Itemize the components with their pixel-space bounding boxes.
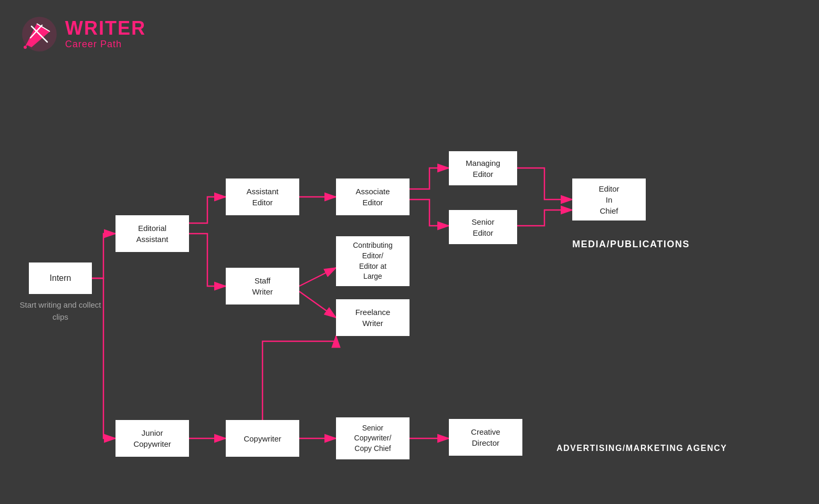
intern-note: Start writing and collect clips [16, 299, 105, 323]
box-intern: Intern [29, 262, 92, 294]
box-creative-director: CreativeDirector [449, 419, 522, 456]
media-publications-label: MEDIA/PUBLICATIONS [572, 239, 690, 250]
logo-icon [21, 16, 58, 52]
header: WRITER Career Path [21, 16, 146, 52]
header-text: WRITER Career Path [65, 19, 146, 50]
box-managing-editor: ManagingEditor [449, 151, 517, 185]
box-assistant-editor: AssistantEditor [226, 178, 299, 215]
box-copywriter: Copywriter [226, 420, 299, 457]
box-staff-writer: StaffWriter [226, 268, 299, 304]
box-senior-editor: SeniorEditor [449, 210, 517, 244]
advertising-label: ADVERTISING/MARKETING AGENCY [556, 444, 727, 453]
box-contributing-editor: ContributingEditor/Editor atLarge [336, 236, 410, 286]
svg-line-10 [299, 268, 336, 286]
box-freelance-writer: FreelanceWriter [336, 299, 410, 336]
box-associate-editor: AssociateEditor [336, 178, 410, 215]
box-junior-copywriter: JuniorCopywriter [116, 420, 189, 457]
app-title: WRITER [65, 19, 146, 38]
app-subtitle: Career Path [65, 39, 146, 50]
box-editorial-assistant: EditorialAssistant [116, 215, 189, 252]
svg-line-11 [299, 291, 336, 318]
box-editor-in-chief: EditorInChief [572, 178, 646, 220]
career-path-container: Intern EditorialAssistant AssistantEdito… [0, 74, 819, 504]
svg-point-4 [24, 46, 27, 49]
box-senior-copywriter: SeniorCopywriter/Copy Chief [336, 417, 410, 459]
